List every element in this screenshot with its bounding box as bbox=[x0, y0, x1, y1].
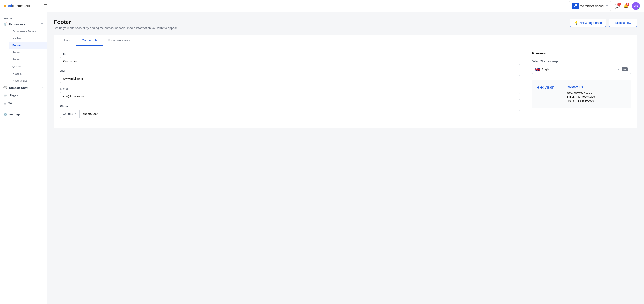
page-header-actions: 💡 Knowledge Base Access now bbox=[570, 19, 637, 27]
phone-label: Phone bbox=[60, 105, 520, 108]
navbar-label: Navbar bbox=[12, 37, 21, 40]
phone-number-input[interactable] bbox=[80, 110, 520, 118]
sidebar-item-quotes[interactable]: Quotes bbox=[9, 63, 47, 70]
web-label-preview: Web: bbox=[566, 91, 573, 94]
setup-section-label: SETUP bbox=[0, 15, 47, 21]
avatar[interactable]: JS bbox=[632, 2, 640, 10]
app-logo: edcommerce bbox=[4, 4, 31, 8]
widgets-label: Wid... bbox=[8, 102, 16, 105]
language-actions: ▼ AZ bbox=[617, 68, 628, 71]
pages-label: Pages bbox=[10, 94, 18, 97]
chat-badge: 0 bbox=[617, 3, 621, 6]
forms-label: Forms bbox=[12, 51, 20, 54]
ecommerce-submenu: Ecommerce Details Navbar Footer Forms Se… bbox=[0, 28, 47, 84]
sidebar-item-nationalities[interactable]: Nationalities bbox=[9, 77, 47, 84]
edvisor-logo-text: edvisor bbox=[540, 85, 554, 90]
country-name: Canada bbox=[63, 112, 73, 116]
chevron-down-icon: ▼ bbox=[74, 113, 77, 115]
footer-email-item: E-mail: info@edvisor.io bbox=[566, 95, 595, 98]
lightbulb-icon: 💡 bbox=[574, 21, 578, 25]
preview-section: Preview Select The Language* 🇬🇧 English … bbox=[526, 46, 637, 128]
ecommerce-label: Ecommerce bbox=[9, 23, 26, 26]
nationalities-label: Nationalities bbox=[12, 79, 28, 82]
title-input[interactable] bbox=[60, 57, 520, 65]
footer-contact-info: Contact us Web: www.edvisor.io E-mail: i… bbox=[566, 85, 595, 103]
email-input[interactable] bbox=[60, 92, 520, 100]
sidebar-item-navbar[interactable]: Navbar bbox=[9, 35, 47, 42]
tab-contact-us[interactable]: Contact Us bbox=[76, 35, 102, 46]
preview-lang-label: Select The Language* bbox=[532, 60, 631, 63]
content-body: Title Web E-mail Phone bbox=[54, 46, 637, 128]
page-description: Set up your site's footer by adding the … bbox=[54, 26, 178, 30]
language-name: English bbox=[542, 68, 552, 71]
sidebar-item-pages[interactable]: 📄 Pages bbox=[0, 91, 47, 99]
title-field-group: Title bbox=[60, 52, 520, 65]
page-title-block: Footer Set up your site's footer by addi… bbox=[54, 19, 178, 30]
settings-icon: ⚙️ bbox=[4, 113, 7, 116]
sidebar-item-support-chat[interactable]: 💬 Support Chat › bbox=[0, 84, 47, 91]
chevron-down-icon: ▼ bbox=[606, 5, 608, 8]
sidebar: SETUP 🛒 Ecommerce ▼ Ecommerce Details Na… bbox=[0, 12, 47, 304]
topnav-right: W Waterfront School ▼ 💬 0 🔔 0 JS bbox=[569, 1, 640, 11]
chevron-right-icon: › bbox=[42, 86, 43, 89]
email-label: E-mail bbox=[60, 87, 520, 91]
flag-icon: 🇬🇧 bbox=[535, 67, 540, 72]
phone-field-group: Phone Canada ▼ bbox=[60, 105, 520, 118]
access-now-button[interactable]: Access now bbox=[609, 19, 637, 27]
sidebar-item-results[interactable]: Results bbox=[9, 70, 47, 77]
sidebar-item-settings[interactable]: ⚙️ Settings ▲ bbox=[0, 111, 47, 118]
content-card: Logo Contact Us Social networks Title We… bbox=[54, 35, 637, 128]
avatar-online-dot bbox=[638, 8, 640, 10]
hamburger-button[interactable]: ☰ bbox=[43, 4, 47, 9]
sidebar-item-ecommerce-details[interactable]: Ecommerce Details bbox=[9, 28, 47, 35]
logo-text: edcommerce bbox=[8, 4, 31, 8]
phone-label-preview: Phone: bbox=[566, 99, 575, 102]
phone-country-selector[interactable]: Canada ▼ bbox=[60, 110, 80, 118]
language-selector[interactable]: 🇬🇧 English ▼ AZ bbox=[532, 65, 631, 74]
translate-button[interactable]: AZ bbox=[622, 68, 628, 71]
topnav-left: edcommerce ☰ bbox=[4, 4, 47, 9]
logo-dot-icon bbox=[4, 5, 6, 7]
knowledge-base-label: Knowledge Base bbox=[579, 21, 602, 25]
school-selector[interactable]: W Waterfront School ▼ bbox=[569, 1, 611, 11]
school-name: Waterfront School bbox=[580, 4, 604, 8]
email-value-preview: info@edvisor.io bbox=[576, 95, 595, 98]
knowledge-base-button[interactable]: 💡 Knowledge Base bbox=[570, 19, 606, 27]
web-label: Web bbox=[60, 70, 520, 73]
sidebar-item-footer[interactable]: Footer bbox=[9, 42, 47, 49]
pages-icon: 📄 bbox=[4, 93, 8, 97]
web-value-preview: www.edvisor.io bbox=[574, 91, 592, 94]
tab-logo[interactable]: Logo bbox=[59, 35, 76, 46]
bell-badge: 0 bbox=[626, 3, 630, 6]
results-label: Results bbox=[12, 72, 22, 75]
footer-preview: edvisor Contact us Web: www.edvisor.io E… bbox=[532, 80, 631, 108]
sidebar-item-widgets[interactable]: ⊞ Wid... bbox=[0, 99, 47, 107]
email-field-group: E-mail bbox=[60, 87, 520, 100]
preview-title: Preview bbox=[532, 51, 631, 56]
chevron-down-icon: ▼ bbox=[41, 23, 43, 26]
search-label: Search bbox=[12, 58, 21, 61]
footer-logo: edvisor bbox=[537, 85, 554, 90]
support-chat-icon: 💬 bbox=[4, 86, 7, 90]
tab-social-networks[interactable]: Social networks bbox=[103, 35, 135, 46]
phone-row: Canada ▼ bbox=[60, 110, 520, 118]
footer-web-item: Web: www.edvisor.io bbox=[566, 91, 595, 94]
support-chat-label: Support Chat bbox=[9, 86, 28, 90]
sidebar-item-ecommerce[interactable]: 🛒 Ecommerce ▼ bbox=[0, 21, 47, 28]
web-input[interactable] bbox=[60, 75, 520, 83]
form-section: Title Web E-mail Phone bbox=[54, 46, 526, 128]
chevron-down-icon: ▼ bbox=[617, 68, 620, 71]
sidebar-item-forms[interactable]: Forms bbox=[9, 49, 47, 56]
main-content: Footer Set up your site's footer by addi… bbox=[47, 12, 644, 304]
sidebar-item-search[interactable]: Search bbox=[9, 56, 47, 63]
school-icon: W bbox=[572, 3, 579, 10]
web-field-group: Web bbox=[60, 70, 520, 83]
tabs-bar: Logo Contact Us Social networks bbox=[54, 35, 637, 46]
page-header: Footer Set up your site's footer by addi… bbox=[54, 19, 637, 30]
notifications-bell-button[interactable]: 🔔 0 bbox=[623, 4, 629, 9]
email-label-preview: E-mail: bbox=[566, 95, 575, 98]
language-selector-left: 🇬🇧 English bbox=[535, 67, 552, 72]
notifications-chat-button[interactable]: 💬 0 bbox=[614, 4, 620, 9]
settings-label: Settings bbox=[9, 113, 20, 116]
footer-label: Footer bbox=[12, 44, 21, 47]
